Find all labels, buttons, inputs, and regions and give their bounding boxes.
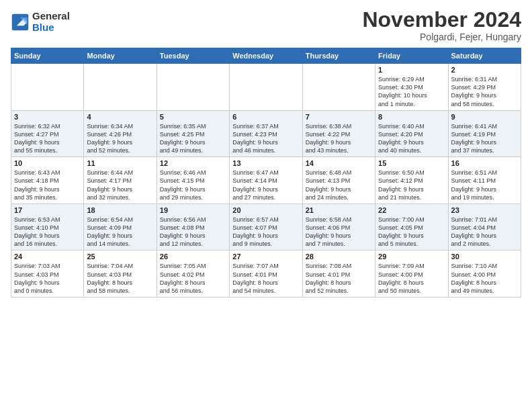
table-row: [84, 64, 157, 111]
table-row: [230, 64, 302, 111]
day-number: 22: [378, 206, 445, 214]
table-row: 18Sunrise: 6:54 AM Sunset: 4:09 PM Dayli…: [84, 203, 157, 250]
week-row-0: 1Sunrise: 6:29 AM Sunset: 4:30 PM Daylig…: [11, 64, 521, 111]
header-saturday: Saturday: [448, 48, 521, 64]
day-number: 1: [378, 66, 445, 74]
table-row: 10Sunrise: 6:43 AM Sunset: 4:18 PM Dayli…: [11, 157, 84, 204]
day-number: 20: [232, 206, 299, 214]
day-number: 4: [87, 113, 153, 121]
table-row: 14Sunrise: 6:48 AM Sunset: 4:13 PM Dayli…: [302, 157, 375, 204]
day-detail: Sunrise: 6:34 AM Sunset: 4:26 PM Dayligh…: [87, 122, 153, 155]
day-detail: Sunrise: 6:43 AM Sunset: 4:18 PM Dayligh…: [14, 169, 81, 201]
table-row: 29Sunrise: 7:09 AM Sunset: 4:00 PM Dayli…: [375, 250, 448, 298]
day-number: 23: [451, 206, 518, 214]
header-tuesday: Tuesday: [157, 48, 229, 64]
title-area: November 2024 Polgardi, Fejer, Hungary: [362, 8, 521, 42]
calendar-page: General Blue November 2024 Polgardi, Fej…: [0, 0, 532, 411]
day-number: 25: [87, 253, 153, 261]
table-row: 26Sunrise: 7:05 AM Sunset: 4:02 PM Dayli…: [157, 250, 229, 298]
header-wednesday: Wednesday: [230, 48, 302, 64]
table-row: 11Sunrise: 6:44 AM Sunset: 4:17 PM Dayli…: [84, 157, 157, 204]
day-detail: Sunrise: 6:32 AM Sunset: 4:27 PM Dayligh…: [14, 122, 81, 155]
week-row-1: 3Sunrise: 6:32 AM Sunset: 4:27 PM Daylig…: [11, 110, 521, 157]
table-row: 20Sunrise: 6:57 AM Sunset: 4:07 PM Dayli…: [230, 203, 302, 250]
table-row: [157, 64, 229, 111]
table-row: 13Sunrise: 6:47 AM Sunset: 4:14 PM Dayli…: [230, 157, 302, 204]
day-number: 11: [87, 159, 153, 167]
day-number: 26: [160, 253, 226, 261]
day-detail: Sunrise: 7:05 AM Sunset: 4:02 PM Dayligh…: [160, 262, 226, 295]
day-number: 18: [87, 206, 153, 214]
day-number: 6: [232, 113, 299, 121]
day-number: 24: [14, 253, 81, 261]
table-row: 19Sunrise: 6:56 AM Sunset: 4:08 PM Dayli…: [157, 203, 229, 250]
table-row: 2Sunrise: 6:31 AM Sunset: 4:29 PM Daylig…: [448, 64, 521, 111]
day-detail: Sunrise: 7:03 AM Sunset: 4:03 PM Dayligh…: [14, 262, 81, 295]
logo-blue-text: Blue: [32, 22, 70, 34]
day-number: 12: [160, 159, 226, 167]
day-detail: Sunrise: 6:56 AM Sunset: 4:08 PM Dayligh…: [160, 216, 226, 248]
day-detail: Sunrise: 6:53 AM Sunset: 4:10 PM Dayligh…: [14, 216, 81, 248]
day-number: 30: [451, 253, 518, 261]
day-number: 5: [160, 113, 226, 121]
day-number: 8: [378, 113, 445, 121]
table-row: 4Sunrise: 6:34 AM Sunset: 4:26 PM Daylig…: [84, 110, 157, 157]
header-sunday: Sunday: [11, 48, 84, 64]
day-detail: Sunrise: 7:10 AM Sunset: 4:00 PM Dayligh…: [451, 262, 518, 295]
day-number: 7: [306, 113, 372, 121]
day-number: 9: [451, 113, 518, 121]
table-row: 9Sunrise: 6:41 AM Sunset: 4:19 PM Daylig…: [448, 110, 521, 157]
day-number: 2: [451, 66, 518, 74]
table-row: 28Sunrise: 7:08 AM Sunset: 4:01 PM Dayli…: [302, 250, 375, 298]
day-detail: Sunrise: 6:44 AM Sunset: 4:17 PM Dayligh…: [87, 169, 153, 201]
table-row: 6Sunrise: 6:37 AM Sunset: 4:23 PM Daylig…: [230, 110, 302, 157]
day-number: 14: [306, 159, 372, 167]
table-row: 8Sunrise: 6:40 AM Sunset: 4:20 PM Daylig…: [375, 110, 448, 157]
day-number: 16: [451, 159, 518, 167]
logo-text: General Blue: [32, 11, 70, 33]
day-detail: Sunrise: 7:09 AM Sunset: 4:00 PM Dayligh…: [378, 262, 445, 295]
day-detail: Sunrise: 7:08 AM Sunset: 4:01 PM Dayligh…: [306, 262, 372, 295]
day-detail: Sunrise: 6:51 AM Sunset: 4:11 PM Dayligh…: [451, 169, 518, 201]
table-row: 7Sunrise: 6:38 AM Sunset: 4:22 PM Daylig…: [302, 110, 375, 157]
calendar-table: Sunday Monday Tuesday Wednesday Thursday…: [11, 48, 521, 298]
day-detail: Sunrise: 6:48 AM Sunset: 4:13 PM Dayligh…: [306, 169, 372, 201]
table-row: 15Sunrise: 6:50 AM Sunset: 4:12 PM Dayli…: [375, 157, 448, 204]
day-detail: Sunrise: 6:31 AM Sunset: 4:29 PM Dayligh…: [451, 75, 518, 108]
table-row: 25Sunrise: 7:04 AM Sunset: 4:03 PM Dayli…: [84, 250, 157, 298]
table-row: 1Sunrise: 6:29 AM Sunset: 4:30 PM Daylig…: [375, 64, 448, 111]
table-row: 17Sunrise: 6:53 AM Sunset: 4:10 PM Dayli…: [11, 203, 84, 250]
table-row: 30Sunrise: 7:10 AM Sunset: 4:00 PM Dayli…: [448, 250, 521, 298]
day-number: 27: [232, 253, 299, 261]
day-number: 15: [378, 159, 445, 167]
day-detail: Sunrise: 6:46 AM Sunset: 4:15 PM Dayligh…: [160, 169, 226, 201]
day-number: 29: [378, 253, 445, 261]
day-number: 10: [14, 159, 81, 167]
table-row: 22Sunrise: 7:00 AM Sunset: 4:05 PM Dayli…: [375, 203, 448, 250]
day-detail: Sunrise: 7:07 AM Sunset: 4:01 PM Dayligh…: [232, 262, 299, 295]
day-detail: Sunrise: 6:37 AM Sunset: 4:23 PM Dayligh…: [232, 122, 299, 155]
logo: General Blue: [11, 11, 70, 33]
table-row: 12Sunrise: 6:46 AM Sunset: 4:15 PM Dayli…: [157, 157, 229, 204]
header-thursday: Thursday: [302, 48, 375, 64]
table-row: [11, 64, 84, 111]
table-row: 24Sunrise: 7:03 AM Sunset: 4:03 PM Dayli…: [11, 250, 84, 298]
table-row: 16Sunrise: 6:51 AM Sunset: 4:11 PM Dayli…: [448, 157, 521, 204]
weekday-header-row: Sunday Monday Tuesday Wednesday Thursday…: [11, 48, 521, 64]
table-row: 27Sunrise: 7:07 AM Sunset: 4:01 PM Dayli…: [230, 250, 302, 298]
day-detail: Sunrise: 7:04 AM Sunset: 4:03 PM Dayligh…: [87, 262, 153, 295]
day-detail: Sunrise: 7:01 AM Sunset: 4:04 PM Dayligh…: [451, 216, 518, 248]
day-detail: Sunrise: 6:40 AM Sunset: 4:20 PM Dayligh…: [378, 122, 445, 155]
day-detail: Sunrise: 6:38 AM Sunset: 4:22 PM Dayligh…: [306, 122, 372, 155]
table-row: 5Sunrise: 6:35 AM Sunset: 4:25 PM Daylig…: [157, 110, 229, 157]
day-number: 28: [306, 253, 372, 261]
logo-icon: [11, 13, 30, 32]
day-detail: Sunrise: 6:57 AM Sunset: 4:07 PM Dayligh…: [232, 216, 299, 248]
week-row-4: 24Sunrise: 7:03 AM Sunset: 4:03 PM Dayli…: [11, 250, 521, 298]
day-number: 21: [306, 206, 372, 214]
header: General Blue November 2024 Polgardi, Fej…: [11, 8, 521, 42]
table-row: 3Sunrise: 6:32 AM Sunset: 4:27 PM Daylig…: [11, 110, 84, 157]
day-detail: Sunrise: 6:29 AM Sunset: 4:30 PM Dayligh…: [378, 75, 445, 108]
day-number: 19: [160, 206, 226, 214]
logo-general-text: General: [32, 11, 70, 22]
